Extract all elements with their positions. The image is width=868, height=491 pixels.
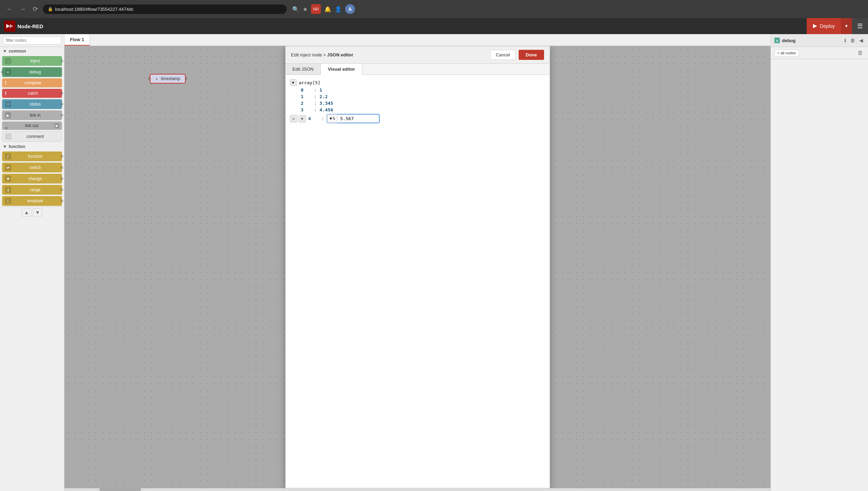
item-4-input[interactable] [338,114,379,123]
sidebar-section-common[interactable]: ▼ common [0,47,64,55]
item-2-colon: : [314,101,317,106]
nodered-logo: Node-RED [4,21,43,32]
back-button[interactable]: ← [4,4,15,14]
url-text: localhost:1880/#flow/73554227.4474dc [55,7,134,12]
right-panel: ▲ debug ℹ 🗑 ◀ ▿ all nodes 🗑 [770,34,868,491]
avatar[interactable]: A [345,4,355,14]
node-link-out[interactable]: link out ▶ [2,122,62,130]
right-panel-header: ▲ debug ℹ 🗑 ◀ [771,34,868,47]
deploy-icon [812,23,818,29]
link-in-port-right [61,114,63,117]
profile-icon[interactable]: 👤 [335,6,342,13]
item-4-index: 4 [308,116,319,121]
tab-flow1-label: Flow 1 [70,37,84,42]
array-collapse-button[interactable]: ▼ [290,79,297,86]
item-1-value: 2.2 [319,94,327,99]
sidebar-section-function[interactable]: ▼ function [0,142,64,151]
node-switch[interactable]: ⇄ switch [2,163,62,172]
menu-button[interactable]: ☰ [852,18,868,34]
node-template[interactable]: { template [2,196,62,206]
done-button[interactable]: Done [519,50,544,60]
modal-actions: Cancel Done [490,50,544,60]
cancel-button[interactable]: Cancel [490,50,516,60]
filter-icon: ▿ [777,51,780,55]
item-2-value: 3.345 [319,101,333,106]
search-input[interactable] [3,36,61,45]
node-link-out-label: link out [9,123,54,128]
bell-icon[interactable]: 🔔 [324,6,331,13]
debug-node-icon: ≡ [5,69,11,75]
row-action-dropdown-button[interactable]: ▼ [299,115,306,123]
tab-edit-json[interactable]: Edit JSON [286,64,321,75]
address-bar[interactable]: 🔒 localhost:1880/#flow/73554227.4474dc [43,5,287,14]
tab-flow1[interactable]: Flow 1 [64,34,90,46]
node-range-label: range [11,187,59,192]
timestamp-label: timestamp [161,76,180,81]
node-change[interactable]: ✖ change [2,174,62,184]
type-dropdown-arrow: ▼ [330,116,332,121]
app-layout: Node-RED Deploy ▼ ☰ ▼ common → [0,18,868,491]
row-action-list-button[interactable]: ≡ [290,115,297,123]
node-status[interactable]: ~ status [2,99,62,109]
clear-button[interactable]: 🗑 [849,37,857,44]
browser-chrome: ← → ⟳ 🔒 localhost:1880/#flow/73554227.44… [0,0,868,18]
canvas-scrollbar[interactable] [64,488,770,491]
link-in-icon: ▶ [5,112,11,118]
canvas-node-timestamp[interactable]: ► timestamp [148,74,187,84]
item-0-colon: : [314,87,317,93]
filter-label: all nodes [781,51,796,55]
right-panel-title: debug [782,38,796,43]
type-selector[interactable]: ▼ % [327,115,337,123]
node-switch-label: switch [11,165,59,170]
bookmark-icon[interactable]: ★ [303,6,308,13]
forward-button[interactable]: → [17,4,28,14]
node-link-in-label: link in [11,113,59,118]
chevron-down-icon-2: ▼ [3,144,7,149]
template-icon: { [5,198,11,204]
filter-all-nodes-button[interactable]: ▿ all nodes [774,49,799,57]
type-icon: % [333,116,335,121]
right-panel-content [771,59,868,491]
info-button[interactable]: ℹ [843,37,847,44]
node-debug[interactable]: ≡ debug [2,67,62,77]
trash-button[interactable]: 🗑 [856,49,865,57]
extension-icon[interactable]: NR [311,4,321,14]
node-link-in[interactable]: ▶ link in [2,110,62,120]
deploy-dropdown-button[interactable]: ▼ [840,18,852,34]
node-range[interactable]: ∥ range [2,185,62,195]
deploy-button[interactable]: Deploy [807,18,841,34]
logo-icon [4,21,15,32]
item-3-colon: : [314,107,317,112]
node-catch[interactable]: ! catch [2,89,62,98]
item-4-input-area: 4 : ▼ % [308,114,380,123]
node-inject[interactable]: → inject [2,56,62,66]
canvas-content[interactable]: ► timestamp Edit inject node > JSON edit… [64,46,770,491]
tab-visual-editor[interactable]: Visual editor [321,64,362,75]
node-template-label: template [11,198,59,203]
switch-port-right [61,166,63,169]
node-catch-label: catch [7,91,59,96]
range-port-right [61,188,63,191]
array-item-2: 2 : 3.345 [290,101,545,106]
sidebar: ▼ common → inject ≡ debug ! complete ! c… [0,34,64,491]
node-complete[interactable]: ! complete [2,78,62,87]
array-label: array[5] [299,80,321,85]
node-function[interactable]: ƒ function [2,151,62,161]
node-status-label: status [11,102,59,107]
search-icon[interactable]: 🔍 [292,6,299,13]
template-port-right [61,200,63,202]
canvas-tabs: Flow 1 [64,34,770,46]
expand-right-button[interactable]: ◀ [858,37,865,44]
item-0-index: 0 [301,87,311,93]
scroll-up-button[interactable]: ▲ [22,208,31,217]
topbar: Node-RED Deploy ▼ ☰ [0,18,868,34]
node-function-label: function [11,154,59,159]
function-icon: ƒ [5,153,11,159]
editor-tabs: Edit JSON Visual editor [286,64,550,75]
deploy-area: Deploy ▼ ☰ [807,18,868,34]
reload-button[interactable]: ⟳ [31,4,40,14]
node-comment[interactable]: ○ comment [2,131,62,142]
scroll-down-button[interactable]: ▼ [33,208,42,217]
link-out-icon: ▶ [54,123,59,128]
section-function-label: function [9,144,25,149]
